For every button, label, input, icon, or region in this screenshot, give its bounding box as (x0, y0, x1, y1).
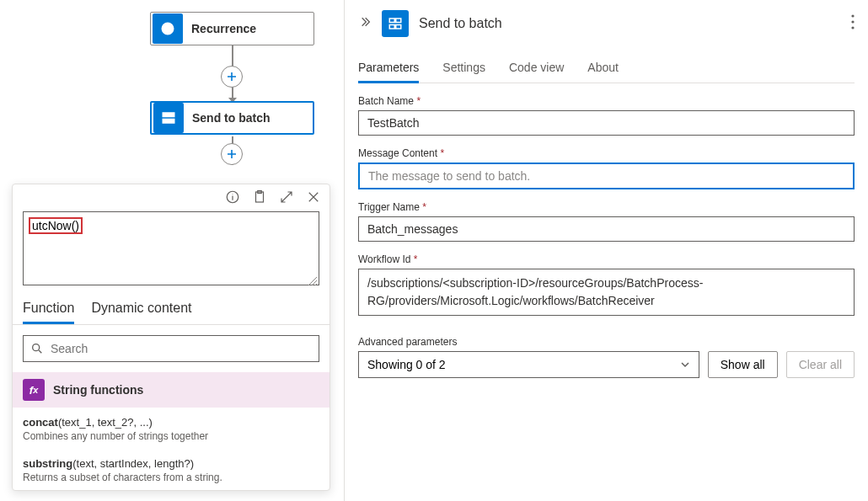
input-batch-name[interactable]: TestBatch (358, 110, 855, 136)
node-batch-label: Send to batch (185, 111, 271, 125)
tab-function[interactable]: Function (23, 296, 74, 324)
resize-handle-icon[interactable] (308, 274, 317, 283)
expression-textarea[interactable]: utcNow() (23, 211, 319, 285)
tab-settings[interactable]: Settings (442, 57, 485, 83)
label-batch-name: Batch Name * (358, 95, 855, 107)
label-advanced-parameters: Advanced parameters (358, 336, 855, 348)
svg-point-15 (851, 26, 854, 29)
node-recurrence[interactable]: Recurrence (150, 12, 314, 45)
panel-title: Send to batch (419, 16, 502, 31)
advanced-select-text: Showing 0 of 2 (367, 358, 446, 371)
tab-parameters[interactable]: Parameters (358, 57, 419, 83)
node-send-to-batch[interactable]: Send to batch (150, 101, 314, 135)
action-detail-panel: Send to batch Parameters Settings Code v… (344, 0, 868, 501)
expression-text: utcNow() (29, 217, 83, 234)
tab-about[interactable]: About (587, 57, 619, 83)
label-trigger-name: Trigger Name * (358, 201, 855, 213)
svg-rect-4 (169, 120, 174, 124)
label-message-content: Message Content * (358, 147, 855, 159)
svg-point-14 (851, 20, 854, 23)
advanced-params-select[interactable]: Showing 0 of 2 (358, 351, 699, 378)
tab-dynamic-content[interactable]: Dynamic content (91, 296, 191, 324)
search-input[interactable] (51, 342, 312, 355)
workflow-canvas: Recurrence Send to batch (0, 0, 333, 501)
search-icon (30, 342, 44, 355)
panel-header: Send to batch (358, 10, 855, 37)
svg-point-8 (33, 344, 40, 351)
clear-all-button: Clear all (786, 351, 855, 378)
show-all-button[interactable]: Show all (708, 351, 778, 378)
input-message-content[interactable]: The message to send to batch. (358, 163, 855, 189)
svg-rect-1 (163, 113, 168, 117)
svg-rect-9 (389, 19, 394, 23)
popup-tabs: Function Dynamic content (13, 296, 330, 325)
batch-icon (153, 103, 184, 133)
expand-icon[interactable] (279, 189, 294, 205)
svg-rect-2 (169, 113, 174, 117)
svg-rect-10 (396, 19, 401, 23)
category-string-functions[interactable]: fx String functions (13, 372, 330, 408)
popup-toolbar (13, 184, 330, 208)
clipboard-icon[interactable] (252, 189, 267, 205)
panel-tabs: Parameters Settings Code view About (358, 57, 855, 83)
close-icon[interactable] (306, 189, 321, 205)
category-label: String functions (53, 383, 143, 397)
input-workflow-id[interactable]: /subscriptions/<subscription-ID>/resourc… (358, 269, 855, 316)
batch-icon (382, 10, 409, 37)
fx-icon: fx (23, 379, 45, 401)
svg-rect-3 (163, 120, 168, 124)
function-description: Returns a subset of characters from a st… (23, 472, 319, 483)
add-step-button[interactable] (221, 66, 243, 88)
function-signature: substring(text, startIndex, length?) (23, 457, 319, 470)
function-concat[interactable]: concat(text_1, text_2?, ...) Combines an… (13, 408, 330, 449)
expression-editor-popup: utcNow() Function Dynamic content fx Str… (12, 184, 330, 491)
more-options-icon[interactable] (851, 14, 855, 33)
clock-icon (153, 13, 183, 44)
function-description: Combines any number of strings together (23, 430, 319, 442)
search-input-wrapper (23, 335, 319, 362)
input-trigger-name[interactable]: Batch_messages (358, 216, 855, 242)
node-recurrence-label: Recurrence (185, 22, 256, 35)
svg-rect-12 (396, 25, 401, 29)
chevron-down-icon (680, 360, 690, 370)
function-signature: concat(text_1, text_2?, ...) (23, 416, 319, 429)
tab-code-view[interactable]: Code view (509, 57, 564, 83)
svg-rect-11 (389, 25, 394, 29)
function-substring[interactable]: substring(text, startIndex, length?) Ret… (13, 449, 330, 490)
label-workflow-id: Workflow Id * (358, 253, 855, 265)
info-icon[interactable] (225, 189, 240, 205)
svg-point-13 (851, 14, 854, 17)
collapse-panel-icon[interactable] (358, 15, 372, 32)
add-step-button[interactable] (221, 143, 243, 165)
